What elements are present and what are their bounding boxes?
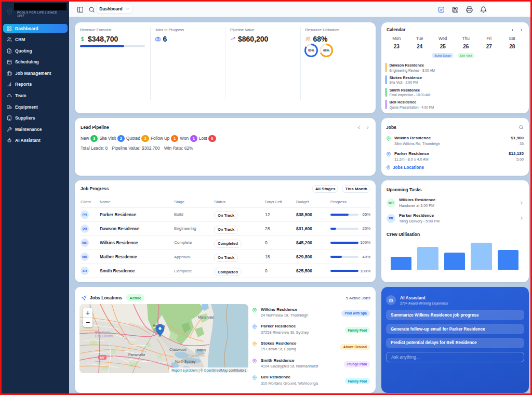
svg-text:M7: M7	[100, 356, 105, 359]
svg-text:Mona Vale: Mona Vale	[198, 315, 214, 319]
svg-text:Manly: Manly	[197, 348, 206, 352]
svg-text:Parramatta: Parramatta	[128, 353, 145, 357]
svg-text:North Sydney: North Sydney	[175, 360, 196, 364]
svg-text:City Council: City Council	[95, 334, 113, 338]
svg-text:Port Jackson: Port Jackson	[189, 354, 205, 357]
svg-text:Blacktown: Blacktown	[95, 331, 111, 334]
svg-text:Chatswood: Chatswood	[169, 348, 187, 351]
